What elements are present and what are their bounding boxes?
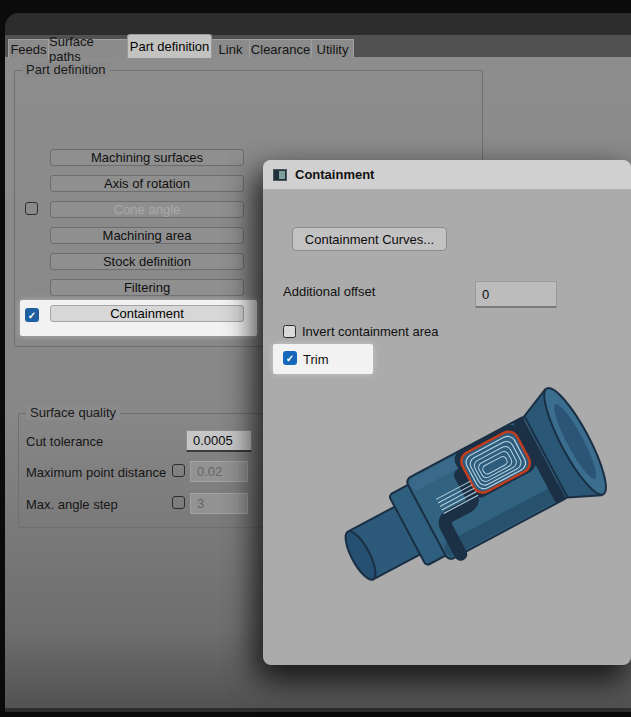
dialog-title: Containment — [295, 167, 374, 182]
trim-checkbox[interactable]: ✓ — [283, 351, 297, 365]
check-icon: ✓ — [28, 310, 36, 321]
tab-part-definition[interactable]: Part definition — [127, 34, 212, 58]
containment-dialog: Containment Containment Curves... Additi… — [263, 160, 631, 665]
max-angle-step-input: 3 — [190, 493, 248, 514]
machining-area-button[interactable]: Machining area — [50, 227, 244, 244]
additional-offset-input[interactable]: 0 — [475, 281, 557, 308]
trim-label: Trim — [303, 352, 329, 367]
invert-containment-area-label: Invert containment area — [302, 324, 439, 339]
tab-utility[interactable]: Utility — [311, 39, 354, 58]
tab-clearance[interactable]: Clearance — [249, 39, 312, 58]
max-angle-step-checkbox[interactable] — [172, 496, 185, 509]
containment-preview-model — [330, 385, 630, 605]
max-angle-step-label: Max. angle step — [26, 497, 118, 512]
window-icon — [273, 169, 287, 181]
stock-definition-button[interactable]: Stock definition — [50, 253, 244, 270]
cone-angle-checkbox[interactable] — [25, 202, 38, 215]
maximum-point-distance-input: 0.02 — [190, 461, 248, 482]
maximum-point-distance-checkbox[interactable] — [172, 464, 185, 477]
part-definition-group-label: Part definition — [22, 63, 110, 77]
containment-checkbox[interactable]: ✓ — [25, 308, 39, 322]
cut-tolerance-label: Cut tolerance — [26, 434, 103, 449]
containment-button[interactable]: Containment — [50, 305, 244, 322]
maximum-point-distance-label: Maximum point distance — [26, 465, 166, 480]
surface-quality-group-label: Surface quality — [26, 406, 120, 420]
tab-surface-paths[interactable]: Surface paths — [48, 39, 128, 58]
cone-angle-button: Cone angle — [50, 201, 244, 218]
check-icon: ✓ — [286, 353, 294, 364]
cut-tolerance-input[interactable]: 0.0005 — [186, 430, 252, 452]
machining-surfaces-button[interactable]: Machining surfaces — [50, 149, 244, 166]
filtering-button[interactable]: Filtering — [50, 279, 244, 296]
additional-offset-label: Additional offset — [283, 284, 375, 299]
axis-of-rotation-button[interactable]: Axis of rotation — [50, 175, 244, 192]
invert-containment-area-checkbox[interactable] — [283, 325, 296, 338]
containment-curves-button[interactable]: Containment Curves... — [292, 227, 447, 251]
containment-dialog-titlebar[interactable]: Containment — [263, 160, 631, 190]
tab-link[interactable]: Link — [211, 39, 250, 58]
tab-feeds[interactable]: Feeds — [8, 39, 49, 58]
